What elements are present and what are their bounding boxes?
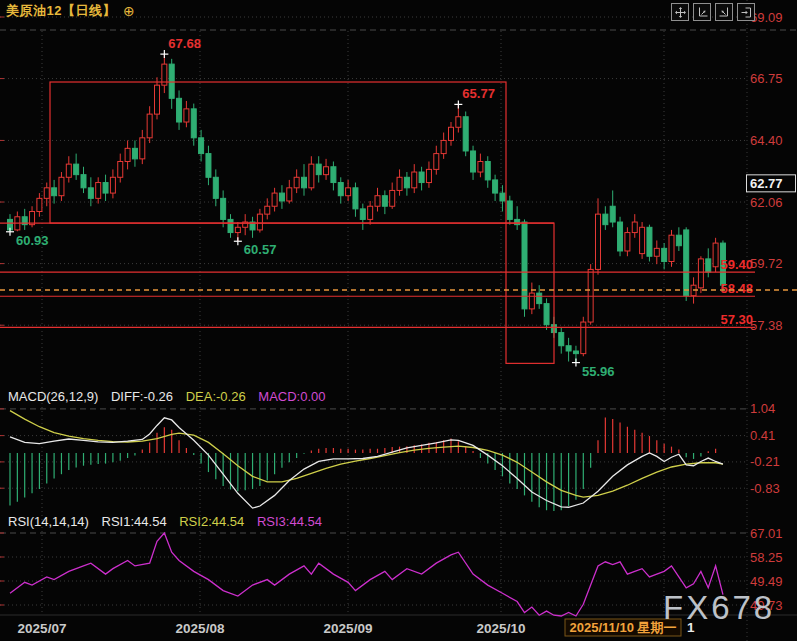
svg-text:-0.21: -0.21 [750, 454, 780, 469]
candles-layer [8, 54, 726, 362]
svg-text:2025/11/10 星期一: 2025/11/10 星期一 [570, 620, 677, 635]
svg-text:59.40: 59.40 [720, 257, 753, 272]
svg-text:57.38: 57.38 [750, 318, 783, 333]
collapse-icon[interactable]: ⊕ [123, 4, 135, 18]
rsi1-value: RSI1:44.54 [102, 514, 167, 529]
rsi2-value: RSI2:44.54 [179, 514, 244, 529]
svg-text:55.96: 55.96 [582, 364, 615, 379]
move-icon[interactable] [671, 3, 689, 21]
svg-text:58.25: 58.25 [750, 550, 783, 565]
chart-header: 美原油12【日线】 ⊕ [6, 2, 135, 20]
annotation-drawings: 59.4058.4857.30 [0, 82, 797, 363]
rsi3-value: RSI3:44.54 [257, 514, 322, 529]
rsi-indicator-row: RSI(14,14,14) RSI1:44.54 RSI2:44.54 RSI3… [8, 514, 331, 529]
svg-text:2025/07: 2025/07 [18, 621, 67, 636]
exit-chart-icon[interactable] [737, 3, 755, 21]
svg-text:57.30: 57.30 [720, 312, 753, 327]
crosshair-price-tag: 62.77 [747, 175, 796, 192]
svg-text:62.77: 62.77 [750, 176, 783, 191]
svg-text:60.93: 60.93 [16, 233, 49, 248]
svg-text:67.01: 67.01 [750, 526, 783, 541]
macd-diff-value: DIFF:-0.26 [111, 389, 173, 404]
svg-text:59.72: 59.72 [750, 256, 783, 271]
svg-text:58.48: 58.48 [720, 281, 753, 296]
macd-panel [10, 411, 723, 511]
scale-axis-left-icon[interactable] [693, 3, 711, 21]
price-chart-canvas[interactable]: 59.4058.4857.3067.6865.7760.9360.5755.96… [0, 0, 797, 641]
svg-text:2025/09: 2025/09 [324, 621, 373, 636]
svg-text:66.75: 66.75 [750, 71, 783, 86]
axis-ticks [0, 17, 4, 605]
trading-chart-window: 美原油12【日线】 ⊕ 59.4058.4857.3067.6865.7760.… [0, 0, 797, 641]
svg-text:0.41: 0.41 [750, 428, 775, 443]
svg-text:60.57: 60.57 [244, 242, 277, 257]
gridlines [0, 0, 797, 641]
svg-text:-0.83: -0.83 [750, 481, 780, 496]
price-axis-labels: 69.0966.7564.4062.0659.7257.381.040.41-0… [750, 10, 783, 613]
macd-indicator-row: MACD(26,12,9) DIFF:-0.26 DEA:-0.26 MACD:… [8, 389, 335, 404]
svg-text:2025/08: 2025/08 [176, 621, 225, 636]
svg-text:2025/10: 2025/10 [477, 621, 526, 636]
svg-text:67.68: 67.68 [168, 36, 201, 51]
chart-toolbar [667, 3, 755, 21]
chart-title: 美原油12【日线】 [6, 2, 116, 20]
svg-text:1.04: 1.04 [750, 401, 775, 416]
fx678-watermark: FX678 [663, 589, 775, 627]
svg-text:64.40: 64.40 [750, 133, 783, 148]
rsi-name: RSI(14,14,14) [8, 514, 89, 529]
macd-name: MACD(26,12,9) [8, 389, 98, 404]
svg-text:65.77: 65.77 [462, 86, 495, 101]
svg-text:49.49: 49.49 [750, 574, 783, 589]
svg-text:62.06: 62.06 [750, 195, 783, 210]
scale-axis-right-icon[interactable] [715, 3, 733, 21]
rsi-panel [10, 533, 723, 616]
macd-dea-value: DEA:-0.26 [186, 389, 246, 404]
macd-hist-value: MACD:0.00 [258, 389, 325, 404]
